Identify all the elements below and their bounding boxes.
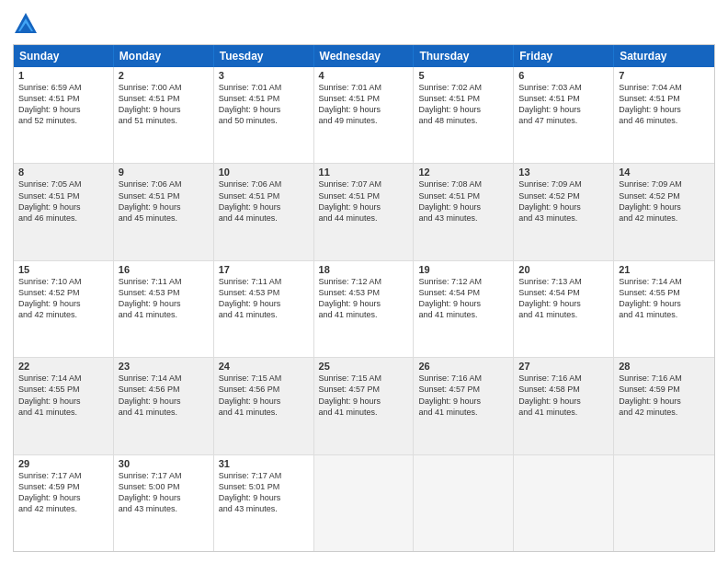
- calendar-cell: 19Sunrise: 7:12 AMSunset: 4:54 PMDayligh…: [414, 261, 514, 357]
- day-number: 19: [418, 264, 508, 275]
- day-number: 9: [119, 167, 209, 178]
- day-number: 20: [518, 264, 609, 275]
- cell-info: Sunrise: 7:14 AMSunset: 4:55 PMDaylight:…: [18, 373, 108, 418]
- day-number: 11: [319, 167, 409, 178]
- page-container: SundayMondayTuesdayWednesdayThursdayFrid…: [0, 0, 728, 563]
- cell-info: Sunrise: 7:17 AMSunset: 5:01 PMDaylight:…: [219, 470, 309, 515]
- cell-info: Sunrise: 7:06 AMSunset: 4:51 PMDaylight:…: [219, 178, 309, 224]
- calendar-cell-empty: [514, 455, 614, 551]
- calendar-header-cell: Thursday: [414, 45, 514, 67]
- calendar-header-cell: Sunday: [14, 45, 114, 67]
- day-number: 6: [518, 70, 609, 81]
- day-number: 29: [18, 458, 108, 469]
- calendar-cell-empty: [614, 455, 714, 551]
- day-number: 25: [319, 361, 409, 372]
- day-number: 18: [319, 264, 409, 275]
- calendar-body: 1Sunrise: 6:59 AMSunset: 4:51 PMDaylight…: [14, 67, 714, 551]
- day-number: 17: [219, 264, 309, 275]
- calendar-cell-empty: [414, 455, 514, 551]
- day-number: 27: [518, 361, 609, 372]
- day-number: 1: [18, 70, 108, 81]
- calendar-cell: 27Sunrise: 7:16 AMSunset: 4:58 PMDayligh…: [514, 358, 614, 454]
- cell-info: Sunrise: 7:10 AMSunset: 4:52 PMDaylight:…: [18, 276, 108, 321]
- calendar-cell: 17Sunrise: 7:11 AMSunset: 4:53 PMDayligh…: [214, 261, 314, 357]
- calendar-cell: 30Sunrise: 7:17 AMSunset: 5:00 PMDayligh…: [114, 455, 214, 551]
- cell-info: Sunrise: 7:16 AMSunset: 4:57 PMDaylight:…: [418, 373, 508, 418]
- cell-info: Sunrise: 7:03 AMSunset: 4:51 PMDaylight:…: [518, 82, 609, 127]
- cell-info: Sunrise: 7:14 AMSunset: 4:55 PMDaylight:…: [619, 276, 710, 321]
- calendar-cell: 18Sunrise: 7:12 AMSunset: 4:53 PMDayligh…: [314, 261, 415, 357]
- calendar-cell: 24Sunrise: 7:15 AMSunset: 4:56 PMDayligh…: [214, 358, 314, 454]
- day-number: 10: [219, 167, 309, 178]
- calendar-header-cell: Friday: [514, 45, 614, 67]
- logo: [13, 11, 42, 37]
- calendar-cell: 11Sunrise: 7:07 AMSunset: 4:51 PMDayligh…: [314, 164, 415, 259]
- cell-info: Sunrise: 7:11 AMSunset: 4:53 PMDaylight:…: [219, 276, 309, 321]
- calendar-cell: 12Sunrise: 7:08 AMSunset: 4:51 PMDayligh…: [414, 164, 514, 259]
- calendar-cell: 25Sunrise: 7:15 AMSunset: 4:57 PMDayligh…: [314, 358, 415, 454]
- calendar-cell: 10Sunrise: 7:06 AMSunset: 4:51 PMDayligh…: [214, 164, 314, 259]
- calendar-cell: 6Sunrise: 7:03 AMSunset: 4:51 PMDaylight…: [514, 67, 614, 163]
- cell-info: Sunrise: 7:07 AMSunset: 4:51 PMDaylight:…: [319, 178, 409, 224]
- calendar-cell: 20Sunrise: 7:13 AMSunset: 4:54 PMDayligh…: [514, 261, 614, 357]
- day-number: 5: [418, 70, 508, 81]
- calendar-cell: 4Sunrise: 7:01 AMSunset: 4:51 PMDaylight…: [314, 67, 415, 163]
- day-number: 31: [219, 458, 309, 469]
- calendar-cell: 23Sunrise: 7:14 AMSunset: 4:56 PMDayligh…: [114, 358, 214, 454]
- day-number: 26: [418, 361, 508, 372]
- cell-info: Sunrise: 7:08 AMSunset: 4:51 PMDaylight:…: [418, 178, 508, 224]
- calendar-cell: 28Sunrise: 7:16 AMSunset: 4:59 PMDayligh…: [614, 358, 714, 454]
- cell-info: Sunrise: 7:15 AMSunset: 4:56 PMDaylight:…: [219, 373, 309, 418]
- page-header: [13, 11, 715, 37]
- calendar-cell: 22Sunrise: 7:14 AMSunset: 4:55 PMDayligh…: [14, 358, 114, 454]
- cell-info: Sunrise: 7:01 AMSunset: 4:51 PMDaylight:…: [219, 82, 309, 127]
- day-number: 2: [119, 70, 209, 81]
- cell-info: Sunrise: 7:00 AMSunset: 4:51 PMDaylight:…: [119, 82, 209, 127]
- cell-info: Sunrise: 7:06 AMSunset: 4:51 PMDaylight:…: [119, 178, 209, 224]
- day-number: 21: [619, 264, 710, 275]
- day-number: 14: [619, 167, 710, 178]
- calendar-row: 1Sunrise: 6:59 AMSunset: 4:51 PMDaylight…: [14, 67, 714, 163]
- calendar-header: SundayMondayTuesdayWednesdayThursdayFrid…: [14, 45, 714, 67]
- cell-info: Sunrise: 7:17 AMSunset: 5:00 PMDaylight:…: [119, 470, 209, 515]
- cell-info: Sunrise: 7:13 AMSunset: 4:54 PMDaylight:…: [518, 276, 609, 321]
- calendar-row: 8Sunrise: 7:05 AMSunset: 4:51 PMDaylight…: [14, 163, 714, 259]
- calendar-cell: 31Sunrise: 7:17 AMSunset: 5:01 PMDayligh…: [214, 455, 314, 551]
- logo-icon: [13, 11, 39, 37]
- day-number: 30: [119, 458, 209, 469]
- cell-info: Sunrise: 7:15 AMSunset: 4:57 PMDaylight:…: [319, 373, 409, 418]
- calendar-row: 29Sunrise: 7:17 AMSunset: 4:59 PMDayligh…: [14, 454, 714, 551]
- calendar-cell: 26Sunrise: 7:16 AMSunset: 4:57 PMDayligh…: [414, 358, 514, 454]
- cell-info: Sunrise: 7:14 AMSunset: 4:56 PMDaylight:…: [119, 373, 209, 418]
- calendar-cell: 3Sunrise: 7:01 AMSunset: 4:51 PMDaylight…: [214, 67, 314, 163]
- cell-info: Sunrise: 7:04 AMSunset: 4:51 PMDaylight:…: [619, 82, 710, 127]
- calendar-cell: 8Sunrise: 7:05 AMSunset: 4:51 PMDaylight…: [14, 164, 114, 259]
- day-number: 12: [418, 167, 508, 178]
- calendar-cell: 29Sunrise: 7:17 AMSunset: 4:59 PMDayligh…: [14, 455, 114, 551]
- cell-info: Sunrise: 7:16 AMSunset: 4:59 PMDaylight:…: [619, 373, 710, 418]
- calendar-cell: 13Sunrise: 7:09 AMSunset: 4:52 PMDayligh…: [514, 164, 614, 259]
- day-number: 22: [18, 361, 108, 372]
- day-number: 3: [219, 70, 309, 81]
- cell-info: Sunrise: 7:11 AMSunset: 4:53 PMDaylight:…: [119, 276, 209, 321]
- calendar-cell: 14Sunrise: 7:09 AMSunset: 4:52 PMDayligh…: [614, 164, 714, 259]
- day-number: 28: [619, 361, 710, 372]
- calendar-cell: 2Sunrise: 7:00 AMSunset: 4:51 PMDaylight…: [114, 67, 214, 163]
- calendar-header-cell: Wednesday: [314, 45, 415, 67]
- calendar-row: 22Sunrise: 7:14 AMSunset: 4:55 PMDayligh…: [14, 357, 714, 454]
- cell-info: Sunrise: 7:01 AMSunset: 4:51 PMDaylight:…: [319, 82, 409, 127]
- calendar-row: 15Sunrise: 7:10 AMSunset: 4:52 PMDayligh…: [14, 260, 714, 357]
- calendar-cell: 9Sunrise: 7:06 AMSunset: 4:51 PMDaylight…: [114, 164, 214, 259]
- calendar-cell: 5Sunrise: 7:02 AMSunset: 4:51 PMDaylight…: [414, 67, 514, 163]
- calendar-cell: 21Sunrise: 7:14 AMSunset: 4:55 PMDayligh…: [614, 261, 714, 357]
- cell-info: Sunrise: 7:09 AMSunset: 4:52 PMDaylight:…: [619, 178, 710, 224]
- calendar-cell: 16Sunrise: 7:11 AMSunset: 4:53 PMDayligh…: [114, 261, 214, 357]
- day-number: 23: [119, 361, 209, 372]
- cell-info: Sunrise: 7:02 AMSunset: 4:51 PMDaylight:…: [418, 82, 508, 127]
- calendar-cell: 7Sunrise: 7:04 AMSunset: 4:51 PMDaylight…: [614, 67, 714, 163]
- day-number: 24: [219, 361, 309, 372]
- day-number: 16: [119, 264, 209, 275]
- calendar-header-cell: Monday: [114, 45, 214, 67]
- calendar-cell: 15Sunrise: 7:10 AMSunset: 4:52 PMDayligh…: [14, 261, 114, 357]
- calendar-header-cell: Tuesday: [214, 45, 314, 67]
